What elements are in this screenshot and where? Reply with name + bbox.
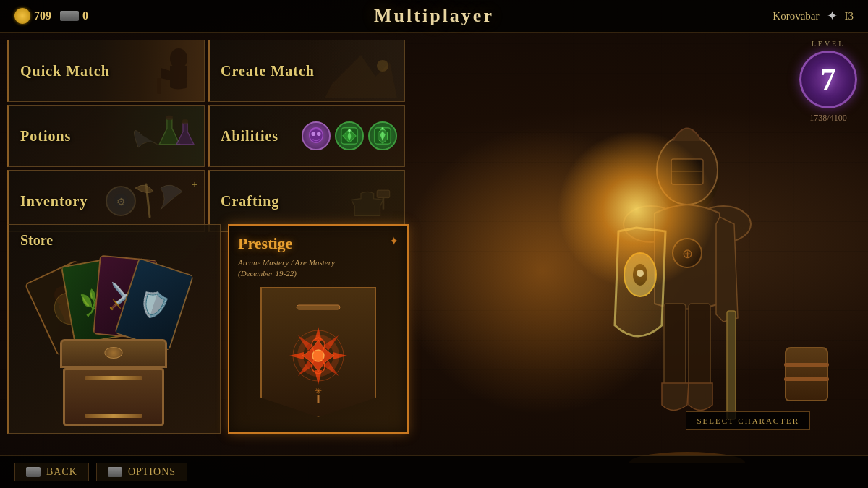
crafting-button[interactable]: Crafting	[208, 170, 405, 232]
inventory-art: ⚙ +	[99, 174, 200, 228]
svg-point-18	[377, 60, 388, 72]
ability-icon-green	[335, 121, 364, 150]
chest-lid	[60, 339, 167, 368]
quick-match-art	[117, 40, 204, 101]
svg-text:+: +	[192, 179, 197, 190]
treasure-chest	[63, 339, 167, 426]
coin-icon	[14, 8, 30, 24]
prestige-title: Prestige	[238, 234, 292, 253]
chest-band	[85, 376, 142, 380]
crafting-art	[321, 174, 401, 229]
svg-text:✳: ✳	[315, 386, 322, 396]
level-number: 7	[821, 62, 836, 97]
ability-icon-gems	[368, 121, 397, 150]
svg-text:⚙: ⚙	[116, 197, 126, 207]
crafting-bg	[297, 171, 404, 231]
select-character-label: SELECT CHARACTER	[697, 416, 799, 425]
svg-point-25	[348, 129, 351, 132]
create-match-button[interactable]: Create Match	[208, 40, 405, 102]
footer-bar: Back Options	[0, 455, 868, 488]
inventory-label: Inventory	[20, 193, 88, 210]
svg-point-16	[170, 48, 187, 69]
ingot-icon	[60, 11, 79, 21]
svg-point-22	[311, 132, 315, 136]
banner-symbol-svg: ✳	[275, 301, 362, 403]
svg-rect-35	[377, 190, 390, 198]
chest-band-2	[85, 414, 142, 418]
create-match-art	[318, 40, 404, 102]
options-label: Options	[128, 466, 176, 478]
svg-rect-40	[297, 305, 340, 309]
quick-match-bg	[97, 40, 204, 101]
ability-gem-icon	[373, 126, 393, 146]
options-icon	[108, 467, 122, 477]
inventory-bg: ⚙ +	[84, 174, 200, 228]
prestige-header: Prestige ✦	[238, 234, 399, 253]
rune-symbol	[289, 327, 347, 385]
quick-match-label: Quick Match	[20, 63, 110, 80]
ingot-amount: 0	[82, 9, 88, 22]
create-match-label: Create Match	[221, 63, 315, 80]
player-name: Korovabar	[773, 10, 819, 22]
ability-icon-purple	[302, 121, 331, 150]
back-label: Back	[46, 466, 77, 478]
chest-lock	[104, 347, 122, 359]
ingot-currency: 0	[60, 9, 88, 22]
level-label: LEVEL	[812, 40, 846, 48]
prestige-banner: ✳	[260, 287, 376, 417]
abilities-label: Abilities	[221, 128, 278, 145]
create-match-bg	[307, 40, 405, 101]
coin-amount: 709	[34, 9, 51, 22]
crafting-label: Crafting	[221, 193, 279, 210]
prestige-subtitle-line1: Arcane Mastery / Axe Mastery	[238, 258, 335, 267]
barrel	[785, 347, 828, 401]
prestige-subtitle: Arcane Mastery / Axe Mastery (December 1…	[238, 257, 399, 280]
level-panel: LEVEL 7 1738/4100	[799, 40, 857, 124]
player-level-badge: I3	[845, 10, 854, 22]
svg-rect-17	[157, 78, 161, 94]
back-button[interactable]: Back	[14, 463, 89, 481]
svg-point-23	[317, 132, 321, 136]
options-button[interactable]: Options	[96, 463, 187, 481]
prestige-subtitle-line2: (December 19-22)	[238, 269, 297, 278]
chest-body	[63, 368, 164, 426]
ability-mask-icon	[306, 126, 326, 146]
prestige-panel[interactable]: Prestige ✦ Arcane Mastery / Axe Mastery …	[228, 224, 409, 434]
potions-art	[121, 109, 200, 164]
level-circle: 7	[799, 51, 857, 108]
svg-rect-19	[166, 116, 173, 120]
player-info: Korovabar ✦ I3	[773, 8, 854, 24]
back-icon	[26, 467, 41, 477]
potions-bg	[97, 106, 204, 166]
prestige-star-icon: ✦	[389, 234, 399, 248]
banner-shape: ✳	[260, 287, 376, 417]
select-character-button[interactable]: SELECT CHARACTER	[686, 411, 810, 430]
player-rank-icon: ✦	[827, 8, 838, 24]
svg-rect-20	[182, 119, 188, 124]
ability-cross-icon	[339, 126, 359, 146]
main-menu: Quick Match Create Match Potions	[0, 33, 412, 239]
inventory-button[interactable]: ⚙ + Inventory	[7, 170, 205, 232]
header-currency: 709 0	[14, 8, 88, 24]
coin-currency: 709	[14, 8, 51, 24]
quick-match-button[interactable]: Quick Match	[7, 40, 205, 102]
header-bar: 709 0 Multiplayer Korovabar ✦ I3	[0, 0, 868, 33]
store-card-4-icon: 🛡️	[135, 286, 174, 324]
abilities-button[interactable]: Abilities	[208, 105, 405, 167]
page-title: Multiplayer	[374, 5, 494, 27]
store-button[interactable]: Store 🌿 ⚔️ 🛡️	[7, 224, 221, 434]
level-xp: 1738/4100	[809, 113, 846, 124]
abilities-icons	[302, 121, 397, 150]
potions-button[interactable]: Potions	[7, 105, 205, 167]
potions-label: Potions	[20, 128, 71, 145]
